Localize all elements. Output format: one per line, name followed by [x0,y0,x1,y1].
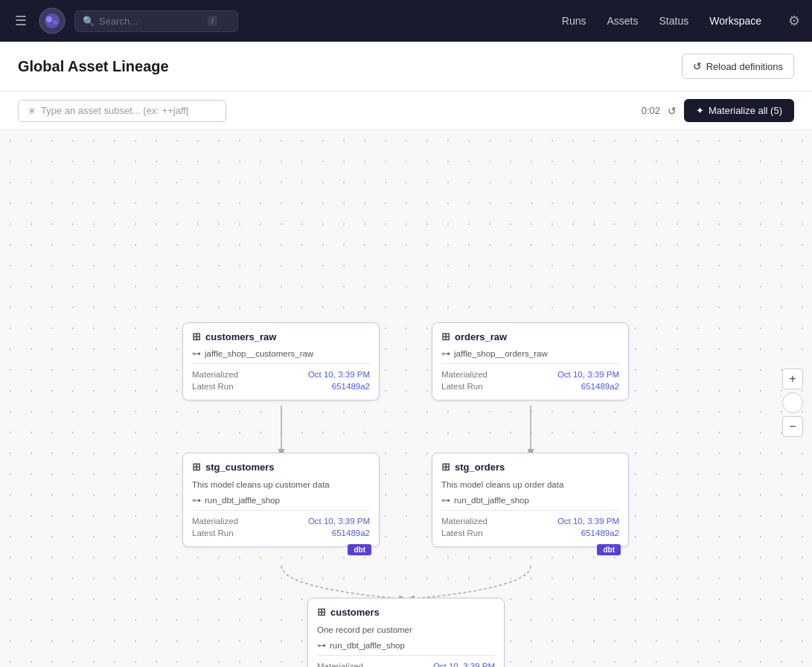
timer-display: 0:02 [642,105,660,116]
node-stg-customers-name: stg_customers [205,462,274,473]
materialized-label: Materialized [317,662,363,667]
meta-row-materialized: Materialized Oct 10, 3:39 PM [192,368,370,380]
node-stg-orders-source: ⊶ run_dbt_jaffle_shop [432,494,628,510]
dbt-badge: dbt [348,544,371,555]
svg-point-3 [53,20,57,25]
meta-row-latest-run: Latest Run 651489a2 [192,380,370,392]
latest-run-label: Latest Run [192,382,234,391]
node-stg-orders-name: stg_orders [455,462,505,473]
latest-run-label: Latest Run [441,382,483,391]
svg-point-2 [46,16,52,22]
materialized-label: Materialized [192,370,238,379]
nav-runs[interactable]: Runs [562,15,586,27]
table-icon: ⊞ [441,461,450,473]
page-title: Global Asset Lineage [18,58,169,75]
toolbar: ✳ Type an asset subset... (ex: ++jaff| 0… [0,92,812,130]
node-customers[interactable]: ⊞ customers One record per customer ⊶ ru… [307,598,505,667]
latest-run-value: 651489a2 [581,529,619,537]
node-orders-raw-meta: Materialized Oct 10, 3:39 PM Latest Run … [432,364,628,400]
node-stg-orders-meta: Materialized Oct 10, 3:39 PM Latest Run … [432,511,628,546]
latest-run-value: 651489a2 [581,382,619,391]
meta-row-latest-run: Latest Run 651489a2 [441,527,619,539]
source-text: run_dbt_jaffle_shop [205,496,280,505]
app-logo[interactable] [39,7,65,34]
nav-workspace[interactable]: Workspace [709,15,761,27]
source-text: jaffle_shop__customers_raw [205,349,313,358]
meta-row-materialized: Materialized Oct 10, 3:39 PM [441,368,619,380]
table-icon: ⊞ [441,331,450,342]
latest-run-value: 651489a2 [332,529,370,537]
reload-icon: ↺ [693,60,702,72]
node-customers-raw-meta: Materialized Oct 10, 3:39 PM Latest Run … [183,364,379,400]
source-icon: ⊶ [192,348,201,359]
search-shortcut: / [208,16,217,26]
materialized-value: Oct 10, 3:39 PM [557,370,619,379]
dbt-badge: dbt [597,544,621,555]
meta-row-materialized: Materialized Oct 10, 3:39 PM [192,515,370,527]
nav-links: Runs Assets Status Workspace ⚙ [562,13,800,29]
subset-filter[interactable]: ✳ Type an asset subset... (ex: ++jaff| [18,100,226,122]
subset-icon: ✳ [28,105,36,117]
gear-icon[interactable]: ⚙ [788,13,800,29]
zoom-in-button[interactable]: + [782,368,803,389]
node-orders-raw-name: orders_raw [455,331,507,342]
source-text: run_dbt_jaffle_shop [330,641,405,650]
search-input[interactable] [99,16,203,27]
toolbar-right: 0:02 ↺ ✦ Materialize all (5) [642,99,794,122]
search-icon: 🔍 [83,16,95,27]
node-stg-customers[interactable]: ⊞ stg_customers This model cleans up cus… [182,453,380,547]
materialized-value: Oct 10, 3:39 PM [433,662,495,667]
node-orders-raw[interactable]: ⊞ orders_raw ⊶ jaffle_shop__orders_raw M… [432,322,629,400]
materialize-label: Materialize all (5) [709,105,782,116]
node-customers-meta: Materialized Oct 10, 3:39 PM Latest Run … [308,656,504,667]
meta-row-materialized: Materialized Oct 10, 3:39 PM [441,515,619,527]
node-customers-raw-name: customers_raw [205,331,276,342]
search-bar[interactable]: 🔍 / [74,10,238,32]
node-stg-orders-header: ⊞ stg_orders [432,453,628,477]
latest-run-value: 651489a2 [332,382,370,391]
source-icon: ⊶ [317,640,326,651]
auto-refresh-icon[interactable]: ↺ [668,105,677,117]
lineage-canvas: ⊞ customers_raw ⊶ jaffle_shop__customers… [0,130,812,667]
source-icon: ⊶ [192,495,201,505]
table-icon: ⊞ [192,331,201,342]
meta-row-latest-run: Latest Run 651489a2 [441,380,619,392]
reload-definitions-button[interactable]: ↺ Reload definitions [682,54,794,79]
latest-run-label: Latest Run [441,529,483,537]
materialize-icon: ✦ [696,105,704,116]
source-text: jaffle_shop__orders_raw [454,349,548,358]
latest-run-label: Latest Run [192,529,234,537]
node-stg-orders[interactable]: ⊞ stg_orders This model cleans up order … [432,453,629,547]
materialized-label: Materialized [441,370,487,379]
node-stg-customers-source: ⊶ run_dbt_jaffle_shop [183,494,379,510]
materialized-value: Oct 10, 3:39 PM [308,517,370,526]
zoom-out-button[interactable]: − [782,416,803,437]
nav-assets[interactable]: Assets [607,15,639,27]
node-customers-raw[interactable]: ⊞ customers_raw ⊶ jaffle_shop__customers… [182,322,380,400]
subset-placeholder-text: Type an asset subset... (ex: ++jaff| [41,105,188,116]
meta-row-latest-run: Latest Run 651489a2 [192,527,370,539]
zoom-reset-button[interactable] [782,392,803,413]
materialized-value: Oct 10, 3:39 PM [308,370,370,379]
node-customers-description: One record per customer [308,622,504,639]
materialized-value: Oct 10, 3:39 PM [557,517,619,526]
meta-row-materialized: Materialized Oct 10, 3:39 PM [317,660,495,667]
source-icon: ⊶ [441,348,450,359]
materialized-label: Materialized [441,517,487,526]
node-customers-name: customers [330,607,380,618]
hamburger-icon[interactable]: ☰ [12,10,30,32]
materialize-all-button[interactable]: ✦ Materialize all (5) [684,99,794,122]
node-stg-customers-description: This model cleans up customer data [183,477,379,494]
node-stg-customers-meta: Materialized Oct 10, 3:39 PM Latest Run … [183,511,379,546]
source-text: run_dbt_jaffle_shop [454,496,529,505]
materialized-label: Materialized [192,517,238,526]
node-stg-customers-header: ⊞ stg_customers [183,453,379,477]
zoom-controls: + − [782,368,803,437]
nav-status[interactable]: Status [659,15,689,27]
node-customers-header: ⊞ customers [308,599,504,622]
table-icon: ⊞ [317,606,326,618]
page-header: Global Asset Lineage ↺ Reload definition… [0,42,812,92]
source-icon: ⊶ [441,495,450,505]
node-customers-raw-header: ⊞ customers_raw [183,323,379,347]
reload-label: Reload definitions [706,61,783,72]
